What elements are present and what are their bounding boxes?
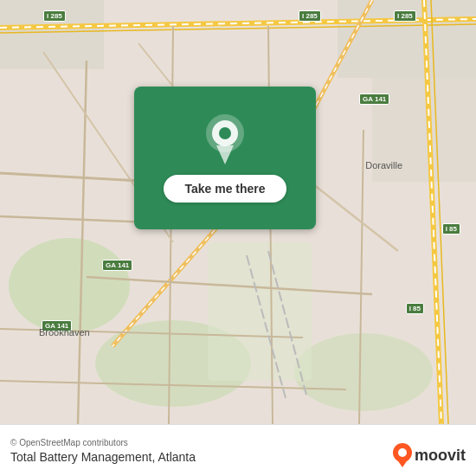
svg-marker-35 [216, 145, 234, 164]
doraville-label: Doraville [365, 160, 402, 170]
svg-point-1 [9, 238, 130, 333]
highway-label-i85-top: I 85 [442, 223, 460, 235]
map-container: I 285 I 285 I 285 GA 141 GA 141 GA 141 I… [0, 0, 476, 424]
highway-label-i285-left: I 285 [43, 10, 66, 22]
highway-label-ga141-top: GA 141 [359, 93, 389, 105]
svg-rect-4 [208, 242, 312, 381]
highway-label-i285-right: I 285 [394, 10, 416, 22]
highway-label-i85-bottom: I 85 [406, 303, 424, 314]
svg-point-34 [219, 127, 231, 139]
moovit-pin-icon [393, 443, 412, 467]
bottom-bar: © OpenStreetMap contributors Total Batte… [0, 424, 476, 476]
location-card: Take me there [134, 87, 316, 229]
svg-point-3 [294, 333, 433, 411]
location-pin-icon [204, 114, 246, 164]
moovit-logo: moovit [393, 443, 466, 467]
highway-label-i285-center: I 285 [299, 10, 321, 22]
svg-point-38 [398, 448, 407, 457]
svg-marker-37 [396, 459, 408, 467]
brookhaven-label: Brookhaven [39, 327, 90, 338]
highway-label-ga141-mid: GA 141 [102, 260, 132, 271]
take-me-there-button[interactable]: Take me there [164, 175, 286, 203]
moovit-text-label: moovit [415, 447, 466, 465]
